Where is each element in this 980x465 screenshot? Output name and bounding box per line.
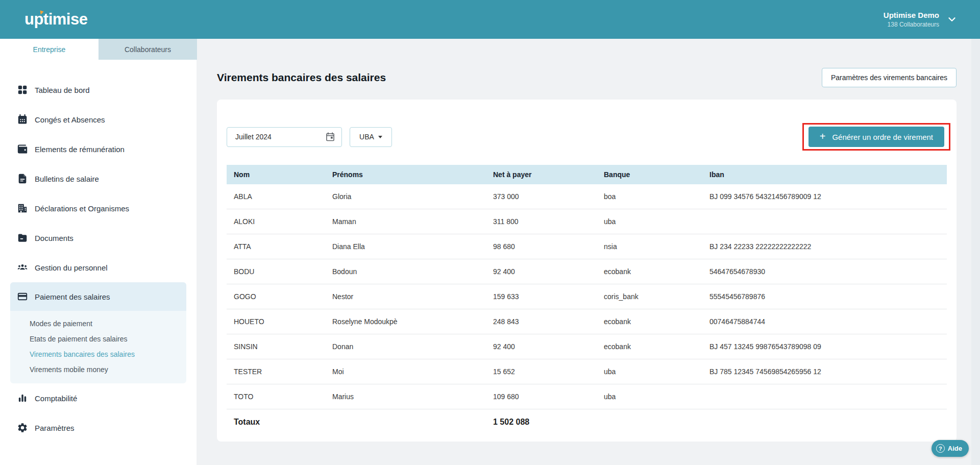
sidebar-item-tableau-de-bord[interactable]: Tableau de bord [0,75,197,105]
cell-nom: TOTO [234,393,332,401]
cell-banque: uba [604,368,709,376]
account-subtitle: 138 Collaborateurs [884,21,939,28]
cell-nom: ABLA [234,192,332,201]
cell-net-a-payer: 373 000 [493,192,604,201]
sidebar-item-label: Déclarations et Organismes [35,204,129,213]
folder-icon [17,232,28,243]
sidebar-item-elements-de-remuneration[interactable]: Elements de rémunération [0,134,197,164]
logo-text: uptimise [24,10,87,28]
sidebar-item-paiement-des-salaires[interactable]: Paiement des salaires [10,282,186,311]
cell-prenoms: Nestor [332,292,493,301]
cell-prenoms: Marius [332,393,493,401]
table-row: SINSINDonan92 400ecobankBJ 457 13245 998… [227,334,947,359]
sidebar-item-label: Paiement des salaires [35,292,110,301]
sidebar-item-declarations-et-organismes[interactable]: Déclarations et Organismes [0,193,197,223]
gear-icon [17,422,28,433]
cell-banque: ecobank [604,342,709,351]
submenu-item-virements-mobile-money[interactable]: Virements mobile money [10,362,186,377]
generate-transfer-order-label: Générer un ordre de virement [832,133,933,141]
cell-banque: coris_bank [604,292,709,301]
cell-iban: 55545456789876 [709,292,947,301]
bank-select[interactable]: UBA [350,127,392,147]
table-totals-row: Totaux1 502 088 [227,409,947,434]
cell-banque: ecobank [604,267,709,276]
sidebar-item-conges-et-absences[interactable]: Congés et Absences [0,105,197,134]
transfers-card: Juillet 2024 UBA + Générer un ordr [217,100,957,442]
sidebar-item-comptabilite[interactable]: Comptabilité [0,383,197,413]
account-text: Uptimise Demo 138 Collaborateurs [884,11,939,28]
caret-down-icon [378,136,382,138]
sidebar-item-bulletins-de-salaire[interactable]: Bulletins de salaire [0,164,197,193]
filters-row: Juillet 2024 UBA + Générer un ordr [227,123,947,151]
sidebar-item-gestion-du-personnel[interactable]: Gestion du personnel [0,253,197,282]
cell-net-a-payer: 109 680 [493,393,604,401]
page-header: Virements bancaires des salaires Paramèt… [217,68,957,87]
cell-nom: HOUETO [234,317,332,326]
sidebar-item-label: Documents [35,234,74,242]
app-root: uptimise Uptimise Demo 138 Collaborateur… [0,0,980,465]
period-value: Juillet 2024 [235,133,272,141]
cell-iban: BJ 234 22233 22222222222222 [709,242,947,251]
submenu-item-modes-de-paiement[interactable]: Modes de paiement [10,316,186,331]
scrollbar-track[interactable] [971,39,980,465]
submenu-item-virements-bancaires-des-salaires[interactable]: Virements bancaires des salaires [10,347,186,362]
table-row: BODUBodoun92 400ecobank54647654678930 [227,259,947,284]
cell-net-a-payer: 92 400 [493,267,604,276]
cell-net-a-payer: 248 843 [493,317,604,326]
calendar-icon[interactable] [325,132,335,142]
cell-prenoms: Roselyne Modoukpè [332,317,493,326]
help-label: Aide [948,445,962,452]
cell-banque: uba [604,217,709,226]
cell-prenoms: Donan [332,342,493,351]
sidebar-item-documents[interactable]: Documents [0,223,197,253]
annotation-highlight-box: + Générer un ordre de virement [802,123,950,151]
sidebar-item-label: Bulletins de salaire [35,175,99,183]
period-picker[interactable]: Juillet 2024 [227,127,342,147]
transfer-settings-button[interactable]: Paramètres des virements bancaires [822,68,957,87]
sidebar-item-label: Elements de rémunération [35,145,125,154]
sidebar-item-label: Gestion du personnel [35,263,108,272]
submenu-item-etats-de-paiement-des-salaires[interactable]: Etats de paiement des salaires [10,331,186,347]
cell-nom: BODU [234,267,332,276]
table-row: TOTOMarius109 680uba [227,384,947,409]
bank-select-value: UBA [359,133,374,141]
cell-net-a-payer: 159 633 [493,292,604,301]
table-row: ABLAGloria373 000boaBJ 099 34576 5432145… [227,184,947,209]
cell-net-a-payer: 15 652 [493,368,604,376]
sidebar-active-section: Paiement des salairesModes de paiementEt… [10,282,186,383]
tab-collaborateurs[interactable]: Collaborateurs [99,39,197,60]
cell-iban: BJ 785 12345 74569854265956 12 [709,368,947,376]
cell-prenoms: Bodoun [332,267,493,276]
question-mark-icon: ? [936,444,945,453]
cell-iban: 00746475884744 [709,317,947,326]
cell-prenoms: Maman [332,217,493,226]
table-row: HOUETORoselyne Modoukpè248 843ecobank007… [227,309,947,334]
account-menu[interactable]: Uptimise Demo 138 Collaborateurs [884,11,958,28]
document-icon [17,173,28,184]
cell-prenoms: Diana Ella [332,242,493,251]
table-row: ATTADiana Ella98 680nsiaBJ 234 22233 222… [227,234,947,259]
wallet-icon [17,143,28,155]
sidebar-item-parametres[interactable]: Paramètres [0,413,197,443]
sidebar-item-label: Comptabilité [35,394,77,403]
sidebar: Tableau de bordCongés et AbsencesElement… [0,60,197,465]
help-button[interactable]: ? Aide [932,440,969,457]
bar-chart-icon [17,393,28,404]
cell-iban: BJ 099 34576 54321456789009 12 [709,192,947,201]
page-title: Virements bancaires des salaires [217,71,386,84]
cell-banque: ecobank [604,317,709,326]
generate-transfer-order-button[interactable]: + Générer un ordre de virement [808,127,944,147]
sidebar-nav: Tableau de bordCongés et AbsencesElement… [0,75,197,443]
column-header-prenoms: Prénoms [332,170,493,179]
cell-iban: BJ 457 13245 99876543789098 09 [709,342,947,351]
cell-nom: SINSIN [234,342,332,351]
table-row: GOGONestor159 633coris_bank5554545678987… [227,284,947,309]
people-icon [17,262,28,273]
tab-entreprise[interactable]: Entreprise [0,39,99,60]
sidebar-submenu: Modes de paiementEtats de paiement des s… [10,311,186,383]
cell-prenoms: Moi [332,368,493,376]
column-header-net-a-payer: Net à payer [493,170,604,179]
cell-banque: boa [604,192,709,201]
plus-icon: + [820,131,826,141]
building-icon [17,203,28,214]
